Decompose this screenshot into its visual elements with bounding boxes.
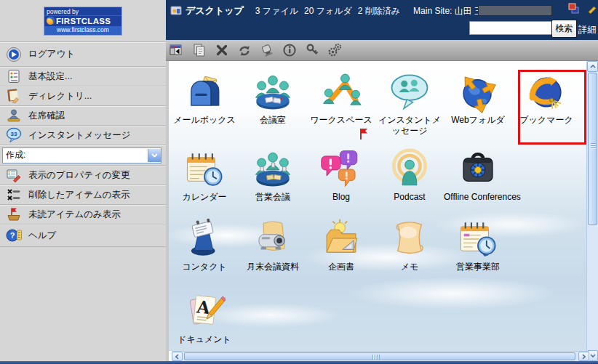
search-button[interactable]: 検索	[551, 20, 577, 38]
web-folder-icon	[457, 71, 499, 113]
scroll-right-button[interactable]	[578, 352, 589, 361]
presentation-icon	[252, 218, 294, 260]
instant-message-icon: 33	[6, 127, 22, 143]
desktop-item-web-folder[interactable]: Webフォルダ	[444, 68, 512, 145]
icon-grid: メールボックス 会議室 ワークスペース	[170, 68, 581, 346]
sidebar-item-directory[interactable]: ディレクトリ...	[0, 86, 166, 106]
copy-icon[interactable]	[191, 41, 208, 59]
advanced-search-link[interactable]: 詳細	[578, 24, 597, 36]
desktop-item-conference-room[interactable]: 会議室	[239, 68, 307, 145]
firstclass-logo[interactable]: powered by FIRSTCLASS www.firstclass.com	[44, 7, 122, 36]
toolbar	[166, 40, 598, 61]
vertical-scroll-thumb[interactable]	[588, 73, 597, 225]
info-icon[interactable]	[281, 41, 298, 59]
sidebar-item-label: 基本設定...	[28, 70, 72, 83]
desktop-item-blog[interactable]: Blog	[307, 145, 375, 215]
calendar-icon	[183, 148, 226, 190]
chevron-down-icon[interactable]	[148, 149, 161, 162]
memo-icon	[388, 218, 431, 260]
layers-icon[interactable]	[568, 3, 581, 16]
desktop-item-podcast[interactable]: Podcast	[375, 145, 444, 215]
connection-status-field	[478, 5, 552, 16]
desktop-item-memo[interactable]: メモ	[375, 215, 444, 288]
desktop-item-documents[interactable]: A ドキュメント	[170, 288, 239, 346]
desktop-item-label: メールボックス	[173, 115, 236, 126]
desktop-item-contacts[interactable]: コンタクト	[170, 215, 239, 288]
horizontal-scroll-thumb[interactable]	[184, 352, 575, 360]
desktop-item-proposal[interactable]: 企画書	[307, 215, 375, 288]
sidebar-item-label: ヘルプ	[28, 230, 56, 242]
sidebar-item-label: 表示のプロパティの変更	[28, 169, 130, 182]
bookmark-icon	[525, 71, 567, 113]
desktop-item-offline-conferences[interactable]: Offline Conferences	[444, 145, 512, 215]
desktop-item-label: コンタクト	[182, 262, 226, 272]
desktop-item-instant-message[interactable]: インスタントメッセージ	[375, 68, 444, 145]
sidebar-item-label: ディレクトリ...	[28, 90, 92, 102]
desktop-item-mailbox[interactable]: メールボックス	[170, 68, 239, 145]
horizontal-scrollbar[interactable]	[172, 351, 589, 361]
create-dropdown[interactable]: 作成:	[2, 147, 162, 163]
brand-row: FIRSTCLASS	[44, 16, 121, 26]
contacts-icon	[183, 218, 226, 260]
powered-by-text: powered by	[44, 7, 121, 16]
settings-gear-icon[interactable]	[326, 41, 343, 59]
pen-icon[interactable]	[586, 3, 598, 16]
sidebar-item-label: 削除したアイテムの表示	[28, 189, 130, 201]
sidebar-item-show-deleted[interactable]: 削除したアイテムの表示	[0, 185, 166, 205]
desktop-item-label: Offline Conferences	[444, 192, 512, 203]
sidebar-item-label: インスタントメッセージ	[28, 129, 130, 142]
sidebar-item-label: ログアウト	[28, 48, 75, 60]
workspace-icon	[320, 71, 362, 113]
desktop-item-monthly-materials[interactable]: 月末会議資料	[239, 215, 307, 288]
svg-text:?: ?	[10, 231, 15, 240]
scroll-up-button[interactable]	[587, 61, 598, 72]
desktop-item-label: 月末会議資料	[247, 262, 299, 272]
sidebar-item-help[interactable]: ? ヘルプ	[0, 225, 166, 247]
desktop-item-bookmark[interactable]: ブックマーク	[512, 68, 581, 145]
desktop-item-label: ブックマーク	[519, 115, 573, 126]
sidebar-item-preferences[interactable]: 基本設定...	[0, 67, 166, 86]
conference-room-icon	[252, 71, 294, 113]
sales-meeting-icon	[252, 148, 294, 190]
file-count: 3 ファイル	[255, 6, 298, 16]
desktop-item-label: カレンダー	[182, 192, 226, 203]
sidebar-item-unread-only[interactable]: 未読アイテムのみ表示	[0, 205, 166, 225]
scroll-left-button[interactable]	[172, 352, 183, 361]
desktop-item-label: ドキュメント	[178, 334, 231, 345]
sales-division-icon	[457, 218, 499, 260]
vertical-scrollbar[interactable]	[586, 61, 598, 361]
desktop-item-calendar[interactable]: カレンダー	[170, 145, 239, 215]
refresh-icon[interactable]	[236, 41, 253, 59]
delete-icon[interactable]	[213, 41, 231, 59]
create-dropdown-row: 作成:	[0, 145, 166, 166]
sidebar: powered by FIRSTCLASS www.firstclass.com…	[0, 0, 166, 361]
desktop-pane: メールボックス 会議室 ワークスペース	[166, 61, 598, 361]
scroll-thumb-grip	[591, 143, 596, 149]
desktop-item-label: Webフォルダ	[451, 115, 505, 126]
desktop-item-label: インスタントメッセージ	[375, 115, 444, 137]
mailbox-icon	[183, 71, 226, 113]
toggle-pane-icon[interactable]	[168, 41, 186, 59]
permissions-key-icon[interactable]	[303, 41, 321, 59]
desktop-item-label: Podcast	[394, 192, 425, 203]
sidebar-item-view-properties[interactable]: 表示のプロパティの変更	[0, 166, 166, 185]
desktop-item-label: 営業事業部	[456, 262, 500, 272]
preferences-icon	[6, 68, 22, 84]
approve-icon[interactable]	[258, 41, 276, 59]
desktop-item-sales-division[interactable]: 営業事業部	[444, 215, 512, 288]
sidebar-item-logout[interactable]: ログアウト	[0, 42, 166, 67]
sidebar-item-presence[interactable]: 在席確認	[0, 106, 166, 126]
logo-area: powered by FIRSTCLASS www.firstclass.com	[0, 0, 166, 42]
desktop-item-label: メモ	[401, 262, 419, 272]
search-input[interactable]	[469, 21, 554, 35]
sidebar-item-label: 在席確認	[28, 110, 65, 122]
sidebar-item-instant-message[interactable]: 33 インスタントメッセージ	[0, 126, 166, 145]
desktop-item-sales-meeting[interactable]: 営業会議	[239, 145, 307, 215]
proposal-icon	[320, 218, 362, 260]
page-title: デスクトップ	[186, 4, 244, 17]
logout-icon	[6, 46, 22, 62]
item-counts: 3 ファイル20 フォルダ2 削除済み	[255, 5, 406, 17]
create-dropdown-value: 作成:	[3, 149, 25, 161]
desktop-canvas[interactable]: メールボックス 会議室 ワークスペース	[169, 61, 586, 351]
window-icon	[170, 5, 182, 17]
